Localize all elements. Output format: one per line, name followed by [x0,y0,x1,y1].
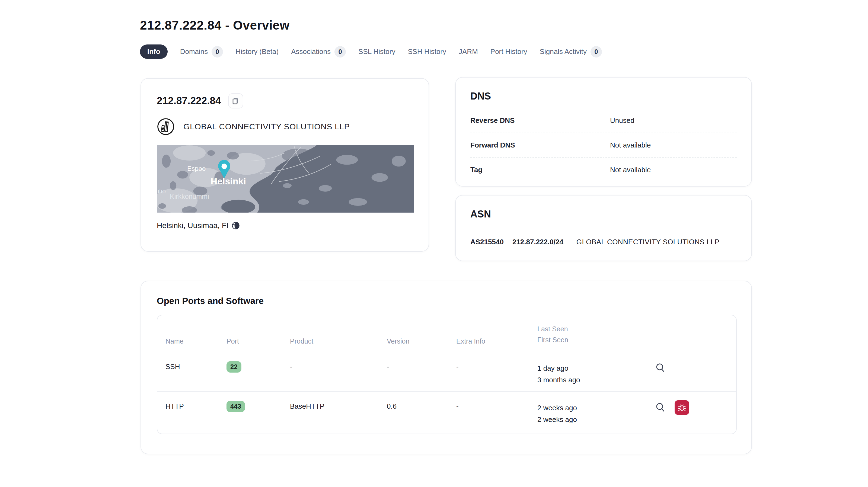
dns-row-forward: Forward DNS Not available [470,133,737,158]
col-header-seen: Last Seen First Seen [537,324,654,352]
col-header-port: Port [226,337,290,352]
dns-card: DNS Reverse DNS Unused Forward DNS Not a… [455,77,752,187]
location-map[interactable]: Espoo ntio Kirkkonummi Helsinki [157,145,414,213]
cell-seen: 2 weeks ago 2 weeks ago [537,392,654,433]
map-label-kirkkonummi: Kirkkonummi [170,193,209,200]
tab-port-history[interactable]: Port History [490,47,527,56]
bug-icon [678,403,686,412]
search-port-button[interactable] [654,361,667,375]
asn-card-title: ASN [470,208,737,220]
tab-history-beta[interactable]: History (Beta) [236,47,279,56]
col-header-product: Product [290,337,387,352]
dns-label-tag: Tag [470,166,610,174]
tab-ssl-history[interactable]: SSL History [358,47,395,56]
ip-summary-card: 212.87.222.84 GLOBAL CONNECTIV [141,78,429,252]
tab-signals-activity[interactable]: Signals Activity0 [540,46,602,58]
cell-extra-info: - [456,392,537,433]
signals-count-badge: 0 [590,46,602,58]
dns-value-reverse: Unused [610,116,737,125]
domains-count-badge: 0 [212,46,223,58]
asn-number: AS215540 [470,238,504,246]
associations-count-badge: 0 [335,46,346,58]
cell-name: SSH [165,352,226,391]
last-seen: 1 day ago [537,362,654,374]
dns-row-tag: Tag Not available [470,158,737,182]
tab-jarm[interactable]: JARM [459,47,478,56]
search-icon [655,362,666,374]
globe-icon [232,222,240,229]
cell-version: 0.6 [387,392,456,433]
table-row-ssh: SSH 22 - - - 1 day ago 3 months ago [157,352,736,391]
map-label-helsinki: Helsinki [211,176,246,186]
col-header-version: Version [387,337,456,352]
tab-domains[interactable]: Domains0 [180,46,223,58]
cell-product: - [290,352,387,391]
search-port-button[interactable] [654,401,667,414]
dns-label-forward: Forward DNS [470,141,610,150]
dns-card-title: DNS [470,91,737,102]
map-label-siuntio: ntio [157,188,166,195]
organization-logo [157,118,175,136]
first-seen: 3 months ago [537,374,654,386]
cell-product: BaseHTTP [290,392,387,433]
asn-org-name: GLOBAL CONNECTIVITY SOLUTIONS LLP [577,238,720,246]
last-seen: 2 weeks ago [537,402,654,414]
map-label-espoo: Espoo [187,165,206,172]
asn-card: ASN AS215540 212.87.222.0/24 GLOBAL CONN… [455,195,752,261]
cell-name: HTTP [165,392,226,433]
ip-address: 212.87.222.84 [157,95,221,106]
location-text: Helsinki, Uusimaa, FI [157,221,229,230]
port-badge: 443 [226,401,245,412]
cell-extra-info: - [456,352,537,391]
ports-table: Name Port Product Version Extra Info Las… [157,315,737,434]
cell-seen: 1 day ago 3 months ago [537,352,654,391]
tab-ssh-history[interactable]: SSH History [408,47,446,56]
copy-ip-button[interactable] [228,93,243,108]
cell-version: - [387,352,456,391]
table-row-http: HTTP 443 BaseHTTP 0.6 - 2 weeks ago 2 we… [157,391,736,433]
ports-table-header: Name Port Product Version Extra Info Las… [157,315,736,352]
open-ports-card: Open Ports and Software Name Port Produc… [141,281,752,454]
tab-bar: Info Domains0 History (Beta) Association… [140,44,602,59]
page-title: 212.87.222.84 - Overview [140,18,290,33]
dns-value-forward: Not available [610,141,737,150]
dns-label-reverse: Reverse DNS [470,116,610,125]
organization-name: GLOBAL CONNECTIVITY SOLUTIONS LLP [183,122,350,131]
copy-icon [232,97,239,105]
search-icon [655,402,666,413]
open-ports-title: Open Ports and Software [157,296,736,306]
tab-associations[interactable]: Associations0 [291,46,346,58]
asn-cidr: 212.87.222.0/24 [513,238,563,246]
col-header-name: Name [165,337,226,352]
first-seen: 2 weeks ago [537,414,654,425]
tab-info[interactable]: Info [140,44,167,59]
dns-row-reverse: Reverse DNS Unused [470,108,737,133]
vulnerability-button[interactable] [675,400,689,415]
port-badge: 22 [226,361,241,372]
col-header-extra-info: Extra Info [456,337,537,352]
dns-value-tag: Not available [610,166,737,174]
